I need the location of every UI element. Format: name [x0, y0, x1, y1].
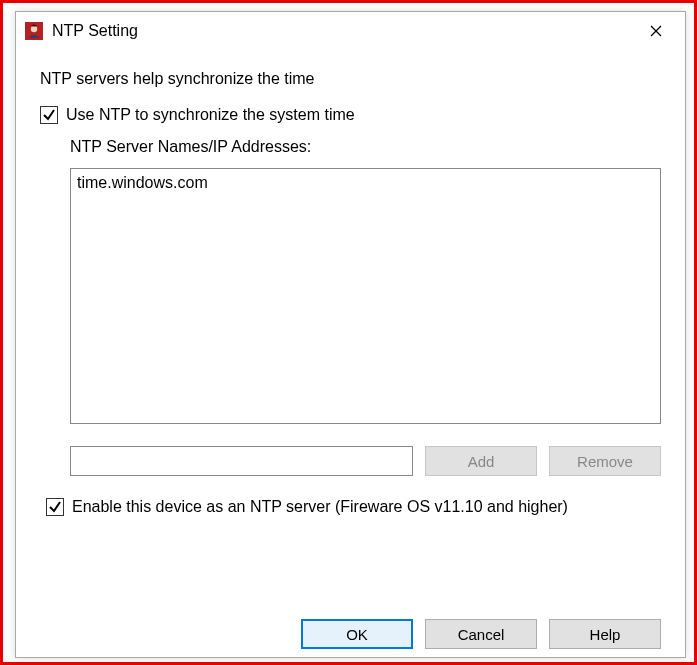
- enable-server-checkbox[interactable]: [46, 498, 64, 516]
- cancel-button[interactable]: Cancel: [425, 619, 537, 649]
- svg-point-1: [31, 26, 37, 32]
- enable-server-checkbox-row[interactable]: Enable this device as an NTP server (Fir…: [46, 498, 661, 516]
- ntp-setting-dialog: NTP Setting NTP servers help synchronize…: [15, 11, 686, 658]
- enable-server-label: Enable this device as an NTP server (Fir…: [72, 498, 568, 516]
- add-button[interactable]: Add: [425, 446, 537, 476]
- close-button[interactable]: [633, 15, 679, 47]
- server-listbox[interactable]: time.windows.com: [70, 168, 661, 424]
- use-ntp-checkbox-row[interactable]: Use NTP to synchronize the system time: [40, 106, 661, 124]
- window-title: NTP Setting: [52, 22, 633, 40]
- check-icon: [48, 500, 62, 514]
- app-icon: [24, 21, 44, 41]
- new-server-input[interactable]: [70, 446, 413, 476]
- close-icon: [650, 25, 662, 37]
- use-ntp-checkbox[interactable]: [40, 106, 58, 124]
- intro-text: NTP servers help synchronize the time: [40, 70, 661, 88]
- use-ntp-label: Use NTP to synchronize the system time: [66, 106, 355, 124]
- titlebar: NTP Setting: [16, 12, 685, 50]
- check-icon: [42, 108, 56, 122]
- help-button[interactable]: Help: [549, 619, 661, 649]
- ok-button[interactable]: OK: [301, 619, 413, 649]
- list-item[interactable]: time.windows.com: [77, 173, 654, 194]
- server-list-label: NTP Server Names/IP Addresses:: [70, 138, 661, 156]
- remove-button[interactable]: Remove: [549, 446, 661, 476]
- dialog-button-bar: OK Cancel Help: [16, 619, 685, 657]
